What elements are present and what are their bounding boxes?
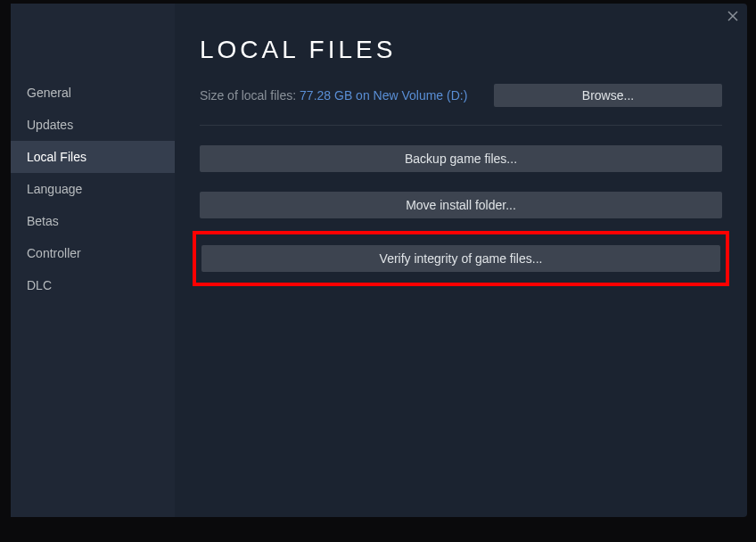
size-label: Size of local files: <box>200 88 300 103</box>
verify-button[interactable]: Verify integrity of game files... <box>201 245 720 272</box>
page-title: LOCAL FILES <box>200 36 722 64</box>
sidebar-item-local-files[interactable]: Local Files <box>11 141 175 173</box>
sidebar-item-language[interactable]: Language <box>11 173 175 205</box>
content-panel: LOCAL FILES Size of local files: 77.28 G… <box>175 4 747 517</box>
move-button[interactable]: Move install folder... <box>200 192 722 218</box>
verify-highlight: Verify integrity of game files... <box>193 231 729 286</box>
sidebar-item-controller[interactable]: Controller <box>11 237 175 269</box>
browse-button[interactable]: Browse... <box>494 84 722 107</box>
size-link[interactable]: 77.28 GB on New Volume (D:) <box>300 88 467 103</box>
close-button[interactable] <box>726 9 740 23</box>
close-icon <box>727 11 738 21</box>
sidebar-item-betas[interactable]: Betas <box>11 205 175 237</box>
properties-dialog: General Updates Local Files Language Bet… <box>11 4 747 517</box>
sidebar-item-updates[interactable]: Updates <box>11 109 175 141</box>
backup-button[interactable]: Backup game files... <box>200 145 722 172</box>
sidebar: General Updates Local Files Language Bet… <box>11 4 175 517</box>
sidebar-item-dlc[interactable]: DLC <box>11 269 175 301</box>
size-text: Size of local files: 77.28 GB on New Vol… <box>200 88 467 103</box>
divider <box>200 125 722 126</box>
size-row: Size of local files: 77.28 GB on New Vol… <box>200 84 722 107</box>
sidebar-item-general[interactable]: General <box>11 77 175 109</box>
